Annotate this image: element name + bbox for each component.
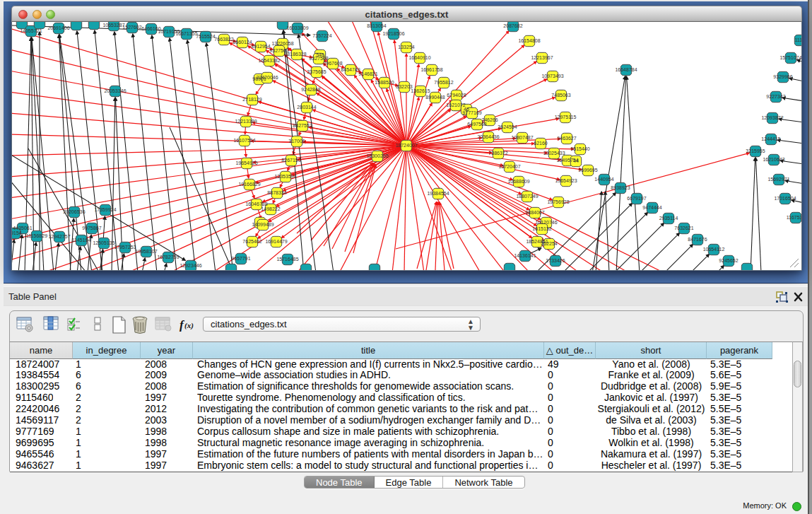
- svg-text:10025433: 10025433: [543, 151, 565, 156]
- svg-text:1588520: 1588520: [375, 80, 394, 85]
- svg-text:12213389: 12213389: [235, 119, 257, 124]
- svg-text:10653287: 10653287: [102, 23, 124, 28]
- svg-text:7632621: 7632621: [674, 226, 693, 230]
- svg-text:7625402: 7625402: [242, 239, 261, 244]
- svg-text:20691406: 20691406: [47, 25, 69, 30]
- svg-text:8471676: 8471676: [688, 237, 707, 242]
- svg-text:9884067: 9884067: [525, 210, 544, 215]
- svg-text:8186328: 8186328: [287, 52, 306, 57]
- svg-text:8878334: 8878334: [267, 190, 286, 195]
- svg-text:16033809: 16033809: [286, 25, 308, 30]
- svg-text:3375685: 3375685: [307, 69, 326, 74]
- svg-text:2718129: 2718129: [242, 97, 261, 102]
- svg-text:8267150: 8267150: [281, 158, 300, 163]
- svg-text:9515440: 9515440: [570, 146, 589, 151]
- svg-text:8660124: 8660124: [233, 40, 252, 45]
- svg-text:16154808: 16154808: [518, 38, 540, 43]
- svg-text:15716485: 15716485: [276, 257, 298, 262]
- svg-text:10807487: 10807487: [511, 135, 533, 140]
- svg-text:317006: 317006: [288, 139, 305, 144]
- svg-text:11156829: 11156829: [26, 233, 47, 238]
- svg-text:8427552: 8427552: [293, 123, 312, 128]
- svg-text:2967608: 2967608: [323, 61, 342, 66]
- svg-text:1112: 1112: [795, 37, 801, 42]
- svg-text:12942757: 12942757: [48, 234, 70, 239]
- svg-text:19384554: 19384554: [427, 191, 449, 196]
- svg-text:7955812: 7955812: [434, 80, 453, 85]
- svg-text:8938923: 8938923: [611, 185, 630, 190]
- svg-text:12353594: 12353594: [274, 174, 296, 179]
- svg-text:9463627: 9463627: [557, 136, 576, 141]
- svg-text:44: 44: [573, 158, 579, 163]
- svg-text:1527602: 1527602: [122, 25, 141, 30]
- svg-text:16107554: 16107554: [233, 138, 255, 143]
- svg-text:16961758: 16961758: [420, 67, 442, 72]
- svg-text:8454749: 8454749: [341, 67, 360, 72]
- svg-text:7515524: 7515524: [196, 34, 215, 39]
- svg-text:1498222: 1498222: [261, 206, 280, 211]
- svg-text:20053346: 20053346: [104, 88, 126, 93]
- svg-text:6497568: 6497568: [467, 122, 486, 127]
- svg-text:1167533: 1167533: [787, 215, 801, 220]
- svg-text:62160: 62160: [534, 141, 548, 146]
- svg-text:14136141: 14136141: [514, 253, 536, 258]
- svg-text:12975115: 12975115: [555, 115, 577, 119]
- svg-text:9329966: 9329966: [773, 74, 792, 79]
- svg-text:1615132: 1615132: [532, 226, 551, 231]
- svg-text:6794028: 6794028: [447, 93, 466, 98]
- svg-text:16671355: 16671355: [175, 31, 197, 36]
- svg-text:8813054: 8813054: [367, 23, 386, 28]
- svg-text:252254: 252254: [541, 241, 557, 246]
- svg-text:15692971: 15692971: [767, 177, 789, 182]
- svg-text:9242848: 9242848: [301, 87, 320, 92]
- svg-text:7357224: 7357224: [312, 33, 331, 38]
- svg-text:20206536: 20206536: [63, 209, 85, 214]
- svg-text:7386372: 7386372: [488, 151, 507, 156]
- svg-text:10973493: 10973493: [541, 74, 563, 78]
- svg-text:22420046: 22420046: [256, 75, 278, 80]
- svg-text:17957253: 17957253: [114, 245, 136, 250]
- svg-text:7663822: 7663822: [214, 37, 233, 42]
- svg-text:2803144: 2803144: [297, 105, 316, 110]
- svg-text:17016504: 17016504: [774, 196, 796, 201]
- svg-text:15720407: 15720407: [498, 164, 520, 169]
- svg-text:2935114: 2935114: [659, 216, 678, 221]
- svg-text:10688609: 10688609: [507, 179, 529, 184]
- svg-text:19218506: 19218506: [382, 31, 404, 36]
- svg-text:16914479: 16914479: [265, 239, 287, 244]
- svg-text:2087682: 2087682: [503, 23, 522, 28]
- svg-text:6679197: 6679197: [627, 196, 646, 201]
- svg-text:16782759: 16782759: [157, 255, 179, 259]
- svg-text:15751074: 15751074: [779, 55, 801, 60]
- svg-text:14099489: 14099489: [252, 222, 273, 227]
- svg-text:19958107: 19958107: [135, 249, 157, 254]
- svg-text:1733426: 1733426: [546, 258, 565, 263]
- svg-text:16046788: 16046788: [245, 201, 267, 206]
- svg-text:9245652: 9245652: [719, 258, 738, 263]
- svg-text:18807249: 18807249: [516, 194, 538, 199]
- svg-text:12093872: 12093872: [761, 115, 783, 120]
- svg-text:832203: 832203: [396, 84, 412, 89]
- svg-text:9327508: 9327508: [309, 56, 328, 61]
- svg-text:9975867: 9975867: [82, 226, 101, 230]
- svg-text:20364436: 20364436: [477, 134, 499, 139]
- svg-text:8912954: 8912954: [251, 44, 270, 49]
- svg-text:9699695: 9699695: [578, 168, 597, 173]
- svg-text:19654925: 19654925: [235, 160, 257, 165]
- svg-text:13226058: 13226058: [271, 41, 293, 46]
- svg-text:19166829: 19166829: [238, 182, 260, 187]
- svg-text:10120746: 10120746: [535, 220, 557, 225]
- svg-text:1362615: 1362615: [411, 88, 430, 93]
- svg-text:3624554: 3624554: [498, 124, 517, 129]
- svg-text:9227342: 9227342: [766, 94, 785, 99]
- svg-text:9474444: 9474444: [642, 205, 661, 210]
- svg-text:8990448: 8990448: [425, 95, 445, 100]
- svg-text:(x): (x): [184, 321, 194, 330]
- svg-text:1244415: 1244415: [761, 136, 780, 141]
- svg-text:17359924: 17359924: [94, 207, 116, 212]
- svg-text:12923446: 12923446: [180, 263, 201, 268]
- svg-text:16640910: 16640910: [408, 55, 430, 60]
- svg-text:14055721: 14055721: [20, 28, 42, 33]
- svg-text:12213967: 12213967: [531, 55, 553, 60]
- svg-text:16543382: 16543382: [258, 58, 280, 63]
